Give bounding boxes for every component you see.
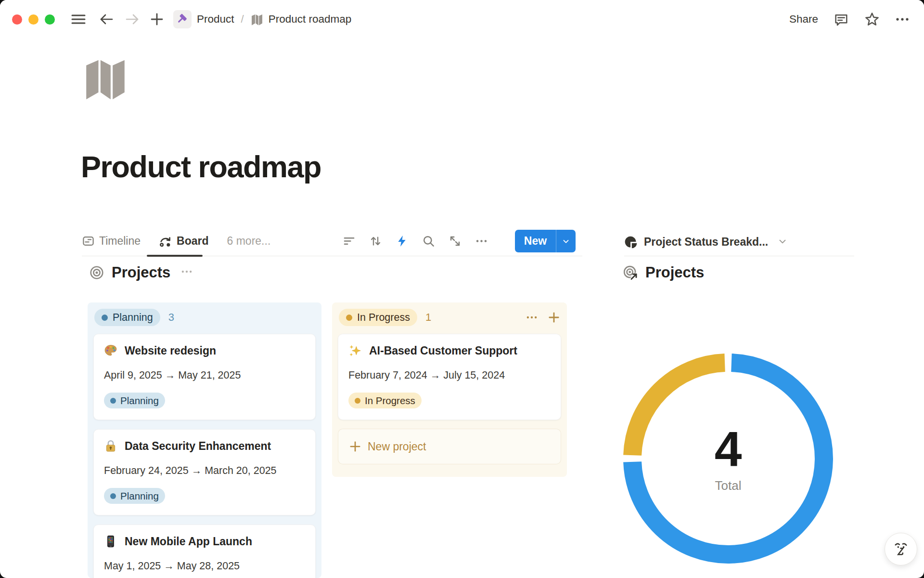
close-window-button[interactable] bbox=[12, 14, 22, 25]
chart-section-header: Projects bbox=[623, 264, 704, 281]
card-status-label: In Progress bbox=[365, 395, 415, 407]
donut-center: 4 Total bbox=[622, 353, 834, 565]
chart-panel-header[interactable]: Project Status Breakd... bbox=[624, 228, 854, 256]
mobile-phone-emoji-icon bbox=[104, 535, 117, 548]
titlebar-actions: Share bbox=[789, 12, 910, 27]
board-column-in-progress: In Progress 1 AI-Based Customer Support … bbox=[332, 302, 567, 477]
breadcrumb-workspace[interactable]: Product bbox=[197, 13, 234, 26]
column-add-icon[interactable] bbox=[548, 311, 560, 324]
expand-icon[interactable] bbox=[449, 235, 462, 248]
status-dot bbox=[102, 315, 108, 321]
palette-emoji-icon bbox=[104, 344, 117, 357]
status-pill-planning[interactable]: Planning bbox=[94, 309, 160, 326]
project-card-mobile-app[interactable]: New Mobile App Launch May 1, 2025 → May … bbox=[93, 525, 316, 578]
tab-board[interactable]: Board bbox=[159, 235, 208, 248]
ai-face-icon bbox=[891, 539, 911, 559]
card-dates: February 24, 2025 → March 20, 2025 bbox=[104, 465, 305, 477]
card-status-tag: Planning bbox=[104, 393, 165, 408]
notion-ai-button[interactable] bbox=[885, 533, 917, 565]
tab-timeline[interactable]: Timeline bbox=[82, 235, 141, 248]
page-map-icon-small bbox=[251, 13, 263, 26]
hamburger-icon[interactable] bbox=[71, 13, 86, 25]
status-dot bbox=[110, 493, 116, 499]
page-map-icon[interactable] bbox=[83, 55, 128, 102]
view-bar: Timeline Board 6 more... bbox=[82, 226, 582, 256]
new-button-chevron-icon[interactable] bbox=[556, 237, 576, 246]
sparkles-emoji-icon bbox=[348, 344, 362, 357]
card-title: AI-Based Customer Support bbox=[369, 344, 517, 357]
chart-panel-title: Project Status Breakd... bbox=[644, 236, 768, 249]
card-status-tag: Planning bbox=[104, 488, 165, 504]
filter-icon[interactable] bbox=[343, 235, 356, 248]
card-status-label: Planning bbox=[120, 490, 159, 502]
view-options-ellipsis-icon[interactable] bbox=[475, 235, 488, 248]
zoom-window-button[interactable] bbox=[45, 14, 55, 25]
new-project-label: New project bbox=[368, 440, 426, 453]
project-card-ai-support[interactable]: AI-Based Customer Support February 7, 20… bbox=[338, 334, 561, 420]
app-window: Product / Product roadmap Share Product … bbox=[0, 0, 924, 578]
project-card-data-security[interactable]: Data Security Enhancement February 24, 2… bbox=[93, 429, 316, 515]
card-title: Website redesign bbox=[125, 344, 216, 357]
share-button[interactable]: Share bbox=[789, 13, 818, 26]
chart-section-title[interactable]: Projects bbox=[645, 264, 704, 281]
status-dot bbox=[355, 398, 360, 404]
status-dot bbox=[110, 398, 116, 404]
target-arrow-icon bbox=[623, 265, 638, 280]
column-name: Planning bbox=[113, 312, 153, 324]
sort-icon[interactable] bbox=[369, 235, 382, 248]
board-column-planning: Planning 3 Website redesign April 9, 202… bbox=[88, 302, 321, 578]
card-title: Data Security Enhancement bbox=[125, 440, 271, 453]
lock-emoji-icon bbox=[104, 439, 117, 453]
workspace-hammer-icon[interactable] bbox=[173, 10, 192, 28]
donut-total-value: 4 bbox=[715, 424, 742, 473]
target-icon bbox=[89, 265, 104, 280]
view-toolbar: New bbox=[343, 230, 576, 252]
window-controls bbox=[12, 14, 55, 25]
column-ellipsis-icon[interactable] bbox=[526, 311, 538, 324]
more-tabs-button[interactable]: 6 more... bbox=[227, 235, 271, 248]
card-status-label: Planning bbox=[120, 395, 159, 407]
column-header-in-progress: In Progress 1 bbox=[338, 307, 561, 328]
status-breakdown-donut-chart[interactable]: 4 Total bbox=[622, 353, 834, 565]
more-options-icon[interactable] bbox=[895, 12, 910, 26]
donut-total-label: Total bbox=[715, 478, 742, 493]
status-dot bbox=[346, 315, 352, 321]
active-tab-underline bbox=[147, 255, 203, 257]
page-title: Product roadmap bbox=[81, 149, 321, 184]
lightning-icon[interactable] bbox=[396, 235, 409, 248]
board-section-title[interactable]: Projects bbox=[112, 264, 170, 281]
breadcrumb-page[interactable]: Product roadmap bbox=[269, 13, 352, 26]
column-count: 1 bbox=[425, 311, 431, 324]
status-pill-in-progress[interactable]: In Progress bbox=[339, 309, 417, 326]
new-tab-plus-icon[interactable] bbox=[150, 13, 164, 26]
card-dates: February 7, 2024 → July 15, 2024 bbox=[348, 369, 551, 381]
timeline-icon bbox=[82, 235, 95, 248]
board-section-ellipsis-icon[interactable] bbox=[180, 265, 193, 280]
card-title: New Mobile App Launch bbox=[125, 535, 252, 548]
breadcrumb-separator: / bbox=[241, 13, 244, 26]
board-section-header: Projects bbox=[89, 264, 193, 281]
new-project-button[interactable]: New project bbox=[338, 429, 561, 464]
column-name: In Progress bbox=[357, 312, 410, 324]
column-count: 3 bbox=[168, 311, 174, 324]
card-dates: May 1, 2025 → May 28, 2025 bbox=[104, 560, 305, 572]
tab-timeline-label: Timeline bbox=[99, 235, 141, 248]
search-icon[interactable] bbox=[422, 235, 435, 248]
favorite-star-icon[interactable] bbox=[864, 12, 880, 27]
project-card-website-redesign[interactable]: Website redesign April 9, 2025 → May 21,… bbox=[93, 334, 316, 420]
minimize-window-button[interactable] bbox=[28, 14, 38, 25]
column-header-planning: Planning 3 bbox=[93, 307, 316, 328]
new-button[interactable]: New bbox=[515, 230, 576, 252]
pie-chart-icon bbox=[624, 236, 638, 249]
breadcrumb: Product / Product roadmap bbox=[173, 10, 351, 28]
back-icon[interactable] bbox=[99, 13, 114, 26]
new-button-label: New bbox=[515, 235, 556, 248]
chart-panel-chevron-icon[interactable] bbox=[777, 236, 788, 249]
forward-icon[interactable] bbox=[125, 13, 140, 26]
comments-icon[interactable] bbox=[834, 12, 849, 27]
board-icon bbox=[159, 235, 172, 248]
card-status-tag: In Progress bbox=[348, 393, 422, 408]
tab-board-label: Board bbox=[177, 235, 208, 248]
card-dates: April 9, 2025 → May 21, 2025 bbox=[104, 369, 305, 381]
window-titlebar: Product / Product roadmap Share bbox=[0, 0, 924, 39]
